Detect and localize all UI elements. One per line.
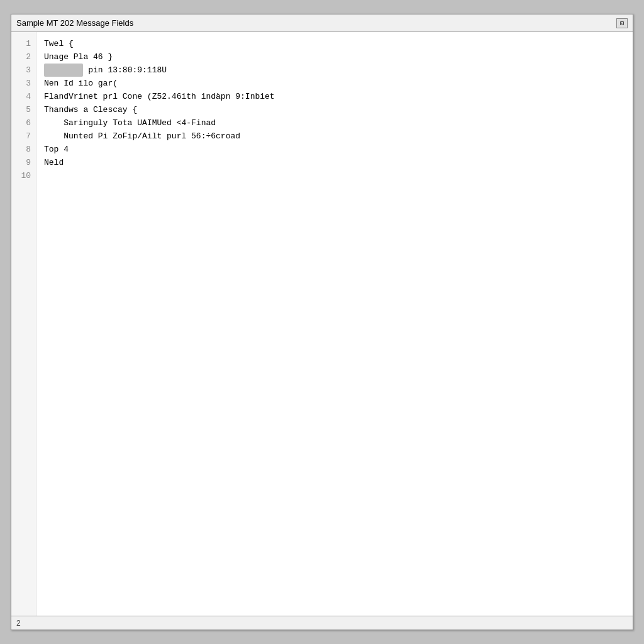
code-line: Top 4	[44, 143, 625, 156]
line-number: 9	[15, 156, 31, 169]
line-number: 10	[15, 169, 31, 182]
line-number: 1	[15, 37, 31, 50]
line-number: 7	[15, 130, 31, 143]
restore-button[interactable]: ⊡	[616, 18, 628, 28]
code-line: FlandVrinet prl Cone (Z52.46ith indàpn 9…	[44, 90, 625, 103]
bottom-bar: 2	[11, 616, 633, 630]
code-line: Neld	[44, 156, 625, 169]
main-window: Sample MT 202 Message Fields ⊡ 123345678…	[11, 14, 633, 630]
code-line: pin 13:80:9:118U	[44, 64, 625, 77]
line-number: 3	[15, 77, 31, 90]
line-number: 8	[15, 143, 31, 156]
code-line: Thandws a Clescay {	[44, 103, 625, 116]
line-number: 4	[15, 90, 31, 103]
window-title: Sample MT 202 Message Fields	[16, 18, 133, 28]
code-line: Saringuly Tota UAIMUed <4-Finad	[44, 116, 625, 130]
redacted-content	[44, 64, 83, 77]
line-number: 2	[15, 50, 31, 64]
line-number: 5	[15, 103, 31, 116]
title-bar: Sample MT 202 Message Fields ⊡	[11, 14, 633, 32]
line-number: 3	[15, 64, 31, 77]
editor-area: 123345678910 Twel {Unage Pla 46 } pin 13…	[11, 32, 633, 616]
line-numbers: 123345678910	[11, 32, 36, 616]
bottom-line-number: 2	[16, 619, 21, 628]
code-line	[44, 169, 625, 182]
line-number: 6	[15, 116, 31, 130]
code-line: Nen Id ilo gar(	[44, 77, 625, 90]
code-line: Twel {	[44, 37, 625, 50]
code-content[interactable]: Twel {Unage Pla 46 } pin 13:80:9:118UNen…	[36, 32, 633, 616]
code-line: Nunted Pi ZoFip/Ailt purl 56:÷6croad	[44, 130, 625, 143]
code-line: Unage Pla 46 }	[44, 50, 625, 64]
